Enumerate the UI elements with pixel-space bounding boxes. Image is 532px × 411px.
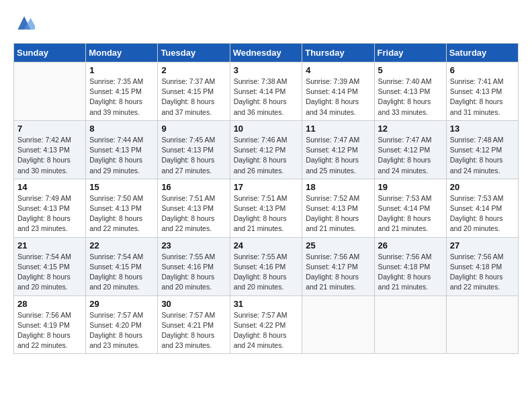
- day-info: Sunrise: 7:53 AM Sunset: 4:14 PM Dayligh…: [450, 193, 515, 234]
- day-number: 4: [306, 65, 370, 75]
- day-number: 26: [378, 240, 443, 250]
- calendar-cell: 18Sunrise: 7:52 AM Sunset: 4:13 PM Dayli…: [302, 179, 374, 237]
- day-number: 31: [234, 299, 299, 309]
- day-number: 22: [89, 240, 154, 250]
- day-info: Sunrise: 7:56 AM Sunset: 4:18 PM Dayligh…: [378, 252, 443, 293]
- day-number: 11: [306, 124, 370, 134]
- day-info: Sunrise: 7:51 AM Sunset: 4:13 PM Dayligh…: [234, 193, 299, 234]
- calendar-cell: 8Sunrise: 7:44 AM Sunset: 4:13 PM Daylig…: [86, 120, 158, 179]
- calendar-week-1: 1Sunrise: 7:35 AM Sunset: 4:15 PM Daylig…: [14, 62, 519, 121]
- day-info: Sunrise: 7:54 AM Sunset: 4:15 PM Dayligh…: [17, 252, 82, 293]
- calendar-cell: 17Sunrise: 7:51 AM Sunset: 4:13 PM Dayli…: [230, 179, 302, 237]
- calendar-cell: 6Sunrise: 7:41 AM Sunset: 4:13 PM Daylig…: [446, 62, 518, 121]
- day-info: Sunrise: 7:56 AM Sunset: 4:18 PM Dayligh…: [450, 252, 515, 293]
- calendar-cell: 19Sunrise: 7:53 AM Sunset: 4:14 PM Dayli…: [374, 179, 446, 237]
- day-info: Sunrise: 7:45 AM Sunset: 4:13 PM Dayligh…: [161, 135, 226, 176]
- day-number: 17: [234, 182, 299, 192]
- day-number: 2: [161, 65, 226, 75]
- day-number: 9: [161, 124, 226, 134]
- day-number: 27: [450, 240, 515, 250]
- day-info: Sunrise: 7:56 AM Sunset: 4:19 PM Dayligh…: [17, 310, 82, 351]
- day-info: Sunrise: 7:40 AM Sunset: 4:13 PM Dayligh…: [378, 77, 443, 118]
- day-number: 1: [89, 65, 154, 75]
- day-number: 21: [17, 240, 82, 250]
- day-header-friday: Friday: [374, 44, 446, 62]
- day-info: Sunrise: 7:51 AM Sunset: 4:13 PM Dayligh…: [161, 193, 226, 234]
- calendar-cell: 7Sunrise: 7:42 AM Sunset: 4:13 PM Daylig…: [14, 120, 86, 179]
- day-number: 12: [378, 124, 443, 134]
- day-info: Sunrise: 7:55 AM Sunset: 4:16 PM Dayligh…: [161, 252, 226, 293]
- calendar-cell: 31Sunrise: 7:57 AM Sunset: 4:22 PM Dayli…: [230, 295, 302, 354]
- day-number: 23: [161, 240, 226, 250]
- logo-icon: [13, 13, 35, 32]
- calendar-cell: 21Sunrise: 7:54 AM Sunset: 4:15 PM Dayli…: [14, 237, 86, 295]
- day-header-wednesday: Wednesday: [230, 44, 302, 62]
- calendar-cell: 2Sunrise: 7:37 AM Sunset: 4:15 PM Daylig…: [158, 62, 230, 121]
- day-info: Sunrise: 7:37 AM Sunset: 4:15 PM Dayligh…: [161, 77, 226, 118]
- day-header-tuesday: Tuesday: [158, 44, 230, 62]
- day-header-saturday: Saturday: [446, 44, 518, 62]
- calendar-cell: 25Sunrise: 7:56 AM Sunset: 4:17 PM Dayli…: [302, 237, 374, 295]
- day-info: Sunrise: 7:35 AM Sunset: 4:15 PM Dayligh…: [89, 77, 154, 118]
- day-number: 3: [234, 65, 299, 75]
- calendar-cell: 29Sunrise: 7:57 AM Sunset: 4:20 PM Dayli…: [86, 295, 158, 354]
- calendar-cell: 20Sunrise: 7:53 AM Sunset: 4:14 PM Dayli…: [446, 179, 518, 237]
- calendar-cell: 24Sunrise: 7:55 AM Sunset: 4:16 PM Dayli…: [230, 237, 302, 295]
- calendar-cell: 5Sunrise: 7:40 AM Sunset: 4:13 PM Daylig…: [374, 62, 446, 121]
- calendar-cell: 16Sunrise: 7:51 AM Sunset: 4:13 PM Dayli…: [158, 179, 230, 237]
- day-info: Sunrise: 7:41 AM Sunset: 4:13 PM Dayligh…: [450, 77, 515, 118]
- calendar-cell: 30Sunrise: 7:57 AM Sunset: 4:21 PM Dayli…: [158, 295, 230, 354]
- day-info: Sunrise: 7:38 AM Sunset: 4:14 PM Dayligh…: [234, 77, 299, 118]
- day-info: Sunrise: 7:52 AM Sunset: 4:13 PM Dayligh…: [306, 193, 370, 234]
- day-info: Sunrise: 7:39 AM Sunset: 4:14 PM Dayligh…: [306, 77, 370, 118]
- day-info: Sunrise: 7:56 AM Sunset: 4:17 PM Dayligh…: [306, 252, 370, 293]
- day-number: 28: [17, 299, 82, 309]
- logo: [13, 13, 38, 32]
- day-header-monday: Monday: [86, 44, 158, 62]
- calendar-cell: 12Sunrise: 7:47 AM Sunset: 4:12 PM Dayli…: [374, 120, 446, 179]
- day-info: Sunrise: 7:47 AM Sunset: 4:12 PM Dayligh…: [306, 135, 370, 176]
- day-number: 25: [306, 240, 370, 250]
- calendar-week-4: 21Sunrise: 7:54 AM Sunset: 4:15 PM Dayli…: [14, 237, 519, 295]
- day-number: 29: [89, 299, 154, 309]
- calendar-week-5: 28Sunrise: 7:56 AM Sunset: 4:19 PM Dayli…: [14, 295, 519, 354]
- day-number: 14: [17, 182, 82, 192]
- day-number: 16: [161, 182, 226, 192]
- day-info: Sunrise: 7:54 AM Sunset: 4:15 PM Dayligh…: [89, 252, 154, 293]
- day-number: 24: [234, 240, 299, 250]
- calendar-cell: 28Sunrise: 7:56 AM Sunset: 4:19 PM Dayli…: [14, 295, 86, 354]
- day-number: 15: [89, 182, 154, 192]
- calendar-cell: [374, 295, 446, 354]
- calendar-week-2: 7Sunrise: 7:42 AM Sunset: 4:13 PM Daylig…: [14, 120, 519, 179]
- calendar-cell: 4Sunrise: 7:39 AM Sunset: 4:14 PM Daylig…: [302, 62, 374, 121]
- calendar-cell: [302, 295, 374, 354]
- calendar-cell: 14Sunrise: 7:49 AM Sunset: 4:13 PM Dayli…: [14, 179, 86, 237]
- calendar-cell: [446, 295, 518, 354]
- calendar-cell: 23Sunrise: 7:55 AM Sunset: 4:16 PM Dayli…: [158, 237, 230, 295]
- day-number: 30: [161, 299, 226, 309]
- calendar-cell: 3Sunrise: 7:38 AM Sunset: 4:14 PM Daylig…: [230, 62, 302, 121]
- calendar-week-3: 14Sunrise: 7:49 AM Sunset: 4:13 PM Dayli…: [14, 179, 519, 237]
- calendar-cell: 13Sunrise: 7:48 AM Sunset: 4:12 PM Dayli…: [446, 120, 518, 179]
- day-info: Sunrise: 7:48 AM Sunset: 4:12 PM Dayligh…: [450, 135, 515, 176]
- calendar-cell: 11Sunrise: 7:47 AM Sunset: 4:12 PM Dayli…: [302, 120, 374, 179]
- calendar-cell: 22Sunrise: 7:54 AM Sunset: 4:15 PM Dayli…: [86, 237, 158, 295]
- calendar-cell: 1Sunrise: 7:35 AM Sunset: 4:15 PM Daylig…: [86, 62, 158, 121]
- calendar-cell: 27Sunrise: 7:56 AM Sunset: 4:18 PM Dayli…: [446, 237, 518, 295]
- calendar-cell: 26Sunrise: 7:56 AM Sunset: 4:18 PM Dayli…: [374, 237, 446, 295]
- calendar-cell: 9Sunrise: 7:45 AM Sunset: 4:13 PM Daylig…: [158, 120, 230, 179]
- day-info: Sunrise: 7:47 AM Sunset: 4:12 PM Dayligh…: [378, 135, 443, 176]
- day-number: 7: [17, 124, 82, 134]
- day-number: 13: [450, 124, 515, 134]
- day-info: Sunrise: 7:46 AM Sunset: 4:12 PM Dayligh…: [234, 135, 299, 176]
- calendar-cell: [14, 62, 86, 121]
- day-info: Sunrise: 7:57 AM Sunset: 4:21 PM Dayligh…: [161, 310, 226, 351]
- day-info: Sunrise: 7:50 AM Sunset: 4:13 PM Dayligh…: [89, 193, 154, 234]
- day-number: 19: [378, 182, 443, 192]
- calendar-cell: 15Sunrise: 7:50 AM Sunset: 4:13 PM Dayli…: [86, 179, 158, 237]
- day-number: 6: [450, 65, 515, 75]
- day-info: Sunrise: 7:44 AM Sunset: 4:13 PM Dayligh…: [89, 135, 154, 176]
- day-number: 8: [89, 124, 154, 134]
- day-header-sunday: Sunday: [14, 44, 86, 62]
- day-number: 20: [450, 182, 515, 192]
